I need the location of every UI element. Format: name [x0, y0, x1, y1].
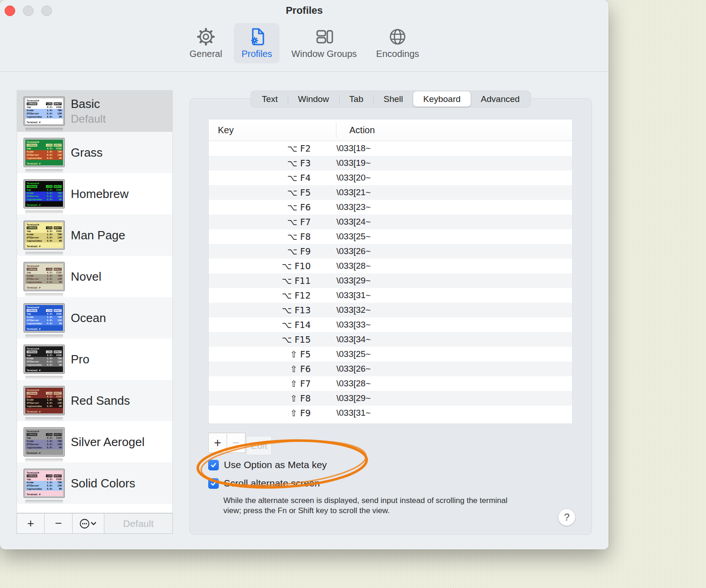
table-row[interactable]: ⌥ F5\033[21~ — [209, 185, 572, 200]
add-key-button[interactable]: + — [208, 433, 227, 453]
profile-item-basic[interactable]: Terminal#COMMAND%CPURPRVTtop4.1%231KXcod… — [17, 90, 172, 132]
use-option-as-meta-checkbox[interactable] — [208, 460, 219, 470]
thumbnail-line: top4.1%231K — [25, 395, 63, 398]
profile-text: Grass — [71, 146, 102, 160]
remove-key-button[interactable]: − — [227, 433, 245, 453]
minimize-button[interactable] — [23, 6, 34, 16]
key-cell: ⇧ F6 — [209, 364, 324, 374]
default-button[interactable]: Default — [104, 513, 173, 534]
table-row[interactable]: ⇧ F6\033[26~ — [209, 362, 572, 376]
table-row[interactable]: ⌥ F10\033[28~ — [209, 259, 572, 273]
tab-advanced[interactable]: Advanced — [471, 91, 530, 107]
toolbar-label: Window Groups — [291, 49, 357, 59]
thumbnail-line: loginwindow0.0%4M — [25, 198, 63, 201]
thumbnail-line: Terminal # — [25, 286, 63, 289]
remove-profile-button[interactable]: − — [44, 513, 73, 534]
profile-name: Silver Aerogel — [71, 435, 144, 449]
tab-shell[interactable]: Shell — [373, 91, 413, 107]
profile-item-ocean[interactable]: Terminal#COMMAND%CPURPRVTtop4.1%231KXcod… — [17, 297, 172, 339]
thumbnail-line: COMMAND%CPURPRVT — [25, 144, 63, 147]
thumbnail-line: top4.1%231K — [25, 312, 63, 316]
column-header-action[interactable]: Action — [336, 125, 375, 136]
thumbnail-line: Xcode1.4%78M — [25, 233, 63, 236]
table-row[interactable]: ⌥ F9\033[26~ — [209, 244, 572, 259]
scroll-alternate-screen-checkbox[interactable] — [208, 478, 219, 489]
edit-key-button[interactable]: Edit — [246, 436, 272, 455]
profiles-sidebar: Terminal#COMMAND%CPURPRVTtop4.1%231KXcod… — [17, 90, 173, 534]
profile-thumbnail-wrap: Terminal#COMMAND%CPURPRVTtop4.1%231KXcod… — [24, 304, 64, 332]
thumbnail-line: COMMAND%CPURPRVT — [25, 268, 63, 271]
thumbnail-reflection — [25, 458, 63, 463]
table-row[interactable]: ⌥ F8\033[25~ — [209, 229, 572, 244]
key-cell: ⌥ F14 — [209, 320, 324, 330]
profile-item-solid-colors[interactable]: Terminal#COMMAND%CPURPRVTtop4.1%231KXcod… — [17, 463, 172, 504]
table-row[interactable]: ⌥ F6\033[23~ — [209, 200, 572, 215]
tab-window[interactable]: Window — [288, 91, 339, 107]
profile-item-grass[interactable]: Terminal#COMMAND%CPURPRVTtop4.1%231KXcod… — [17, 132, 172, 173]
table-row[interactable]: ⌥ F13\033[32~ — [209, 303, 572, 317]
terminal-thumbnail: Terminal#COMMAND%CPURPRVTtop4.1%231KXcod… — [24, 180, 64, 208]
thumbnail-line: Terminal # — [25, 245, 63, 248]
thumbnail-line: Terminal# — [25, 471, 63, 475]
table-row[interactable]: ⌥ F12\033[31~ — [209, 288, 572, 303]
table-header: Key Action — [209, 119, 572, 141]
toolbar-item-window-groups[interactable]: Window Groups — [284, 23, 364, 63]
window-groups-icon — [313, 26, 335, 47]
add-profile-button[interactable]: + — [17, 513, 45, 534]
table-row[interactable]: ⇧ F5\033[25~ — [209, 347, 572, 362]
table-row[interactable]: ⌥ F14\033[33~ — [209, 317, 572, 332]
tab-keyboard[interactable]: Keyboard — [413, 91, 471, 107]
profile-item-silver-aerogel[interactable]: Terminal#COMMAND%CPURPRVTtop4.1%231KXcod… — [17, 421, 172, 463]
table-row[interactable]: ⌥ F2\033[18~ — [209, 141, 572, 156]
table-row[interactable]: ⌥ F7\033[24~ — [209, 215, 572, 229]
profile-thumbnail-wrap: Terminal#COMMAND%CPURPRVTtop4.1%231KXcod… — [24, 138, 64, 167]
action-cell: \033[20~ — [324, 173, 371, 183]
table-row[interactable]: ⌥ F11\033[29~ — [209, 273, 572, 288]
profile-text: Homebrew — [71, 187, 129, 201]
help-button[interactable]: ? — [558, 509, 575, 526]
profile-item-pro[interactable]: Terminal#COMMAND%CPURPRVTtop4.1%231KXcod… — [17, 339, 172, 380]
profile-name: Novel — [71, 270, 101, 284]
thumbnail-line: Terminal # — [25, 369, 63, 372]
profile-name: Man Page — [71, 228, 125, 243]
tab-text[interactable]: Text — [251, 91, 288, 107]
table-row[interactable]: ⌥ F15\033[34~ — [209, 332, 572, 347]
tab-tab[interactable]: Tab — [339, 91, 374, 107]
profile-item-red-sands[interactable]: Terminal#COMMAND%CPURPRVTtop4.1%231KXcod… — [17, 380, 172, 421]
zoom-button[interactable] — [41, 6, 52, 16]
toolbar-item-encodings[interactable]: Encodings — [369, 23, 426, 63]
thumbnail-line: top4.1%231K — [25, 478, 63, 481]
profile-item-man-page[interactable]: Terminal#COMMAND%CPURPRVTtop4.1%231KXcod… — [17, 215, 172, 256]
profile-thumbnail-wrap: Terminal#COMMAND%CPURPRVTtop4.1%231KXcod… — [24, 97, 64, 125]
key-cell: ⌥ F5 — [209, 187, 324, 198]
more-options-button[interactable] — [72, 513, 104, 534]
thumbnail-line: COMMAND%CPURPRVT — [25, 102, 63, 106]
profile-text: Pro — [71, 352, 89, 367]
table-row[interactable]: ⇧ F9\033[31~ — [209, 406, 572, 420]
toolbar-item-general[interactable]: General — [182, 23, 229, 63]
table-row[interactable]: ⇧ F7\033[28~ — [209, 376, 572, 391]
profile-name: Ocean — [71, 311, 106, 325]
action-cell: \033[26~ — [324, 246, 371, 256]
thumbnail-line: Xcode1.4%78M — [25, 357, 63, 360]
table-row[interactable]: ⇧ F8\033[29~ — [209, 391, 572, 406]
thumbnail-line: Terminal# — [25, 430, 63, 433]
thumbnail-line: COMMAND%CPURPRVT — [25, 475, 63, 478]
alternate-screen-description: While the alternate screen is displayed,… — [223, 496, 524, 516]
profile-item-homebrew[interactable]: Terminal#COMMAND%CPURPRVTtop4.1%231KXcod… — [17, 173, 172, 215]
toolbar-item-profiles[interactable]: Profiles — [234, 23, 279, 63]
column-header-key[interactable]: Key — [209, 122, 336, 138]
thumbnail-reflection — [25, 210, 63, 215]
table-row[interactable]: ⌥ F4\033[20~ — [209, 170, 572, 185]
window-title: Profiles — [0, 5, 609, 17]
table-row[interactable]: ⌥ F3\033[19~ — [209, 156, 572, 170]
thumbnail-line: Terminal# — [25, 182, 63, 185]
profile-text: Solid Colors — [71, 476, 135, 491]
thumbnail-line: loginwindow0.0%4M — [25, 281, 63, 284]
close-button[interactable] — [5, 6, 15, 16]
checkmark-icon — [210, 480, 217, 487]
thumbnail-line: ATSServer0.0%13M — [25, 277, 63, 281]
key-cell: ⌥ F4 — [209, 173, 324, 183]
terminal-thumbnail: Terminal#COMMAND%CPURPRVTtop4.1%231KXcod… — [24, 221, 64, 249]
profile-item-novel[interactable]: Terminal#COMMAND%CPURPRVTtop4.1%231KXcod… — [17, 256, 172, 297]
